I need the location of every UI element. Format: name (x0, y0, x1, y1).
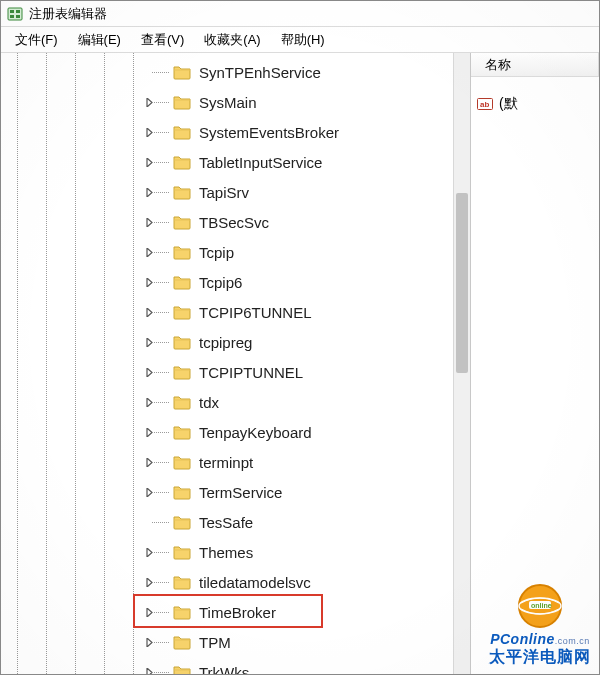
svg-text:ab: ab (480, 100, 489, 109)
registry-editor-window: 注册表编辑器 文件(F) 编辑(E) 查看(V) 收藏夹(A) 帮助(H) Sy… (0, 0, 600, 675)
ab-string-icon: ab (477, 96, 493, 112)
tree-item-label: TenpayKeyboard (199, 424, 312, 441)
svg-rect-1 (10, 10, 14, 13)
tree-item[interactable]: TapiSrv (1, 177, 453, 207)
folder-icon (173, 244, 191, 260)
tree-item-label: SysMain (199, 94, 257, 111)
tree-item-label: TrkWks (199, 664, 249, 675)
tree-item-label: TermService (199, 484, 282, 501)
tree-rows: SynTPEnhServiceSysMainSystemEventsBroker… (1, 53, 453, 674)
tree-item-label: TabletInputService (199, 154, 322, 171)
folder-icon (173, 484, 191, 500)
list-item[interactable]: ab (默 (471, 93, 599, 115)
menubar: 文件(F) 编辑(E) 查看(V) 收藏夹(A) 帮助(H) (1, 27, 599, 53)
tree-item-label: TapiSrv (199, 184, 249, 201)
folder-icon (173, 604, 191, 620)
tree-item-label: TCPIP6TUNNEL (199, 304, 312, 321)
svg-rect-4 (16, 15, 20, 18)
folder-icon (173, 124, 191, 140)
tree-item[interactable]: TermService (1, 477, 453, 507)
tree-item[interactable]: SystemEventsBroker (1, 117, 453, 147)
tree-item-label: TBSecSvc (199, 214, 269, 231)
tree-item-label: tdx (199, 394, 219, 411)
tree-item-label: TPM (199, 634, 231, 651)
tree-item[interactable]: TenpayKeyboard (1, 417, 453, 447)
values-header: 名称 (471, 53, 599, 77)
menu-favorites[interactable]: 收藏夹(A) (194, 28, 270, 52)
folder-icon (173, 364, 191, 380)
folder-icon (173, 634, 191, 650)
values-panel: 名称 ab (默 (471, 53, 599, 674)
tree-item[interactable]: tcpipreg (1, 327, 453, 357)
folder-icon (173, 394, 191, 410)
content-area: SynTPEnhServiceSysMainSystemEventsBroker… (1, 53, 599, 674)
tree-item[interactable]: SysMain (1, 87, 453, 117)
tree-item[interactable]: Tcpip (1, 237, 453, 267)
tree-item-label: TesSafe (199, 514, 253, 531)
regedit-icon (7, 6, 23, 22)
tree-item-label: tcpipreg (199, 334, 252, 351)
tree-item[interactable]: TesSafe (1, 507, 453, 537)
tree-item-label: Themes (199, 544, 253, 561)
menu-edit[interactable]: 编辑(E) (68, 28, 131, 52)
menu-help[interactable]: 帮助(H) (271, 28, 335, 52)
tree-item-label: TimeBroker (199, 604, 276, 621)
column-name[interactable]: 名称 (471, 53, 599, 76)
window-title: 注册表编辑器 (29, 5, 107, 23)
values-body: ab (默 (471, 77, 599, 674)
value-name: (默 (499, 95, 518, 113)
folder-icon (173, 274, 191, 290)
folder-icon (173, 94, 191, 110)
tree-item-label: TCPIPTUNNEL (199, 364, 303, 381)
tree-item-label: SynTPEnhService (199, 64, 321, 81)
titlebar[interactable]: 注册表编辑器 (1, 1, 599, 27)
tree-scrollbar[interactable] (453, 53, 470, 674)
folder-icon (173, 424, 191, 440)
menu-file[interactable]: 文件(F) (5, 28, 68, 52)
folder-icon (173, 64, 191, 80)
tree-item-label: terminpt (199, 454, 253, 471)
tree-item[interactable]: Tcpip6 (1, 267, 453, 297)
tree-panel: SynTPEnhServiceSysMainSystemEventsBroker… (1, 53, 471, 674)
tree-item[interactable]: TCPIP6TUNNEL (1, 297, 453, 327)
folder-icon (173, 154, 191, 170)
tree-item[interactable]: TrkWks (1, 657, 453, 674)
folder-icon (173, 214, 191, 230)
folder-icon (173, 544, 191, 560)
svg-rect-0 (8, 8, 22, 20)
folder-icon (173, 664, 191, 674)
tree-item[interactable]: tdx (1, 387, 453, 417)
folder-icon (173, 514, 191, 530)
tree-item-label: Tcpip (199, 244, 234, 261)
folder-icon (173, 184, 191, 200)
folder-icon (173, 454, 191, 470)
tree-item[interactable]: terminpt (1, 447, 453, 477)
folder-icon (173, 304, 191, 320)
scrollbar-thumb[interactable] (456, 193, 468, 373)
tree-item[interactable]: TPM (1, 627, 453, 657)
tree-item-label: Tcpip6 (199, 274, 242, 291)
tree-item[interactable]: TBSecSvc (1, 207, 453, 237)
folder-icon (173, 574, 191, 590)
tree-item[interactable]: SynTPEnhService (1, 57, 453, 87)
svg-rect-2 (10, 15, 14, 18)
tree-item-label: tiledatamodelsvc (199, 574, 311, 591)
tree-item[interactable]: tiledatamodelsvc (1, 567, 453, 597)
tree-item[interactable]: TCPIPTUNNEL (1, 357, 453, 387)
tree-item[interactable]: TabletInputService (1, 147, 453, 177)
tree-item[interactable]: Themes (1, 537, 453, 567)
menu-view[interactable]: 查看(V) (131, 28, 194, 52)
tree-item[interactable]: TimeBroker (1, 597, 453, 627)
svg-rect-3 (16, 10, 20, 13)
tree-item-label: SystemEventsBroker (199, 124, 339, 141)
folder-icon (173, 334, 191, 350)
